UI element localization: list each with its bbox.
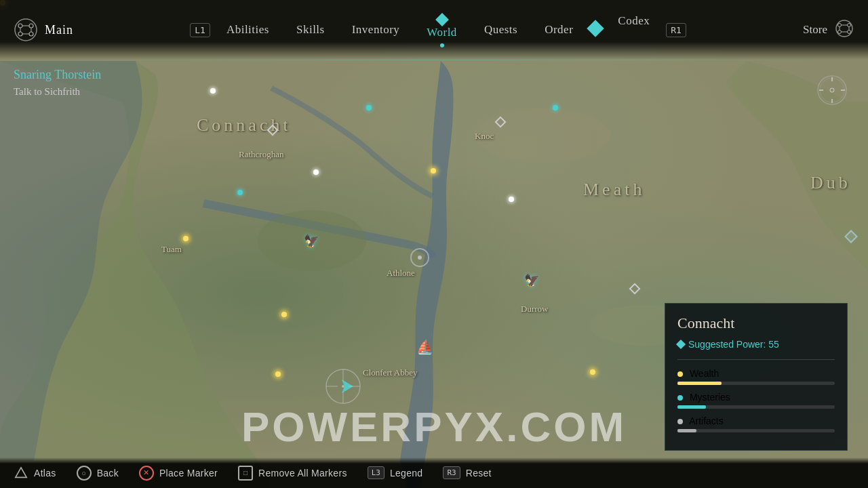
artifacts-bar-fill	[677, 429, 696, 432]
top-navigation: Main L1 Abilities Skills Inventory World…	[0, 0, 868, 60]
artifacts-bar-bg	[677, 429, 835, 432]
svg-point-21	[836, 20, 852, 37]
nav-left: Main	[14, 18, 73, 42]
region-info-panel: Connacht Suggested Power: 55 Wealth Myst…	[665, 303, 848, 451]
map-cursor	[323, 366, 363, 407]
svg-point-31	[820, 78, 844, 102]
nav-divider	[0, 60, 868, 60]
wealth-icon-4[interactable]	[590, 369, 595, 375]
bottom-navigation: Atlas ○ Back ✕ Place Marker □ Remove All…	[0, 458, 868, 488]
raven-icon-2[interactable]: 🦅	[524, 273, 539, 288]
legend-label: Legend	[390, 468, 423, 479]
mystery-icon-1[interactable]	[237, 190, 243, 195]
wealth-bar-fill	[677, 382, 722, 385]
boat-icon: ⛵	[416, 339, 433, 355]
wealth-icon-6[interactable]	[275, 371, 281, 377]
mysteries-bar-bg	[677, 405, 835, 409]
watermark: POWERPYX.COM	[241, 403, 627, 451]
nav-order[interactable]: Order	[534, 18, 584, 42]
wealth-icon-3[interactable]	[281, 312, 287, 317]
diamond-marker-4[interactable]	[846, 232, 856, 241]
place-marker-button[interactable]: ✕ Place Marker	[139, 466, 218, 481]
codex-container	[589, 22, 601, 37]
nav-right: Store	[803, 18, 854, 41]
wealth-text: Wealth	[690, 368, 719, 379]
artifacts-text: Artifacts	[689, 415, 724, 426]
nav-inventory[interactable]: Inventory	[341, 18, 411, 42]
nav-codex[interactable]: Codex	[607, 9, 660, 33]
svg-point-23	[847, 24, 850, 27]
mysteries-dot	[677, 395, 683, 401]
nav-skills[interactable]: Skills	[285, 18, 336, 42]
main-menu-label[interactable]: Main	[45, 23, 73, 37]
wealth-icon-2[interactable]	[431, 168, 436, 174]
artifacts-dot	[677, 419, 683, 424]
power-diamond-icon	[676, 340, 686, 349]
x-button-icon: ✕	[139, 466, 154, 481]
l1-bracket[interactable]: L1	[190, 23, 210, 37]
svg-point-6	[342, 385, 344, 388]
nav-center: L1 Abilities Skills Inventory World Ques…	[190, 15, 686, 45]
circle-button-icon: ○	[77, 466, 92, 481]
region-name: Connacht	[677, 314, 835, 332]
mysteries-text: Mysteries	[690, 392, 730, 403]
location-ring[interactable]	[410, 248, 429, 267]
svg-point-14	[29, 24, 33, 28]
compass	[816, 75, 848, 106]
r3-button-icon: R3	[443, 466, 460, 479]
square-button-icon: □	[238, 466, 253, 481]
mysteries-stat: Mysteries	[677, 392, 835, 409]
svg-point-22	[837, 24, 841, 27]
reset-label: Reset	[466, 468, 492, 479]
nav-world[interactable]: World	[416, 26, 468, 45]
region-power: Suggested Power: 55	[677, 339, 835, 350]
svg-point-16	[29, 32, 33, 36]
remove-markers-button[interactable]: □ Remove All Markers	[238, 466, 347, 481]
diamond-marker-3[interactable]	[631, 285, 639, 293]
artifacts-stat: Artifacts	[677, 415, 835, 432]
artifact-icon-1[interactable]	[210, 88, 216, 94]
wealth-dot	[677, 371, 683, 377]
store-label[interactable]: Store	[803, 23, 827, 37]
svg-point-13	[18, 24, 22, 28]
wealth-icon-1[interactable]	[183, 236, 189, 241]
quest-subtitle: Talk to Sichfrith	[14, 86, 101, 98]
r1-bracket[interactable]: R1	[666, 23, 686, 37]
nav-quests[interactable]: Quests	[473, 18, 528, 42]
l3-button-icon: L3	[368, 466, 384, 479]
wealth-label: Wealth	[677, 368, 835, 379]
reset-button[interactable]: R3 Reset	[443, 466, 491, 479]
svg-point-36	[830, 88, 834, 92]
remove-markers-label: Remove All Markers	[258, 468, 347, 479]
store-icon[interactable]	[834, 18, 854, 41]
codex-diamond-icon	[587, 20, 604, 37]
place-marker-label: Place Marker	[159, 468, 218, 479]
svg-point-25	[847, 30, 850, 34]
svg-point-1	[475, 108, 610, 163]
svg-point-24	[837, 30, 841, 34]
back-button[interactable]: ○ Back	[77, 466, 119, 481]
mystery-icon-2[interactable]	[366, 105, 372, 110]
mysteries-bar-fill	[677, 405, 706, 409]
quest-panel: Snaring Thorstein Talk to Sichfrith	[14, 68, 101, 98]
artifacts-label: Artifacts	[677, 415, 835, 426]
region-divider	[677, 359, 835, 360]
legend-button[interactable]: L3 Legend	[368, 466, 423, 479]
atlas-button[interactable]: Atlas	[14, 466, 56, 481]
nav-abilities[interactable]: Abilities	[216, 18, 280, 42]
diamond-marker-2[interactable]	[496, 118, 505, 126]
region-power-label: Suggested Power: 55	[688, 339, 779, 350]
atlas-label: Atlas	[34, 468, 56, 479]
main-menu-icon[interactable]	[14, 18, 38, 42]
raven-icon-1[interactable]: 🦅	[304, 234, 319, 249]
artifact-icon-3[interactable]	[509, 197, 514, 202]
wealth-bar-bg	[677, 382, 835, 385]
mysteries-label: Mysteries	[677, 392, 835, 403]
svg-point-12	[15, 19, 37, 41]
diamond-marker-1[interactable]	[269, 126, 277, 134]
svg-marker-38	[16, 467, 26, 477]
wealth-stat: Wealth	[677, 368, 835, 385]
quest-title: Snaring Thorstein	[14, 68, 101, 82]
artifact-icon-2[interactable]	[313, 169, 319, 175]
mystery-icon-3[interactable]	[553, 105, 558, 110]
